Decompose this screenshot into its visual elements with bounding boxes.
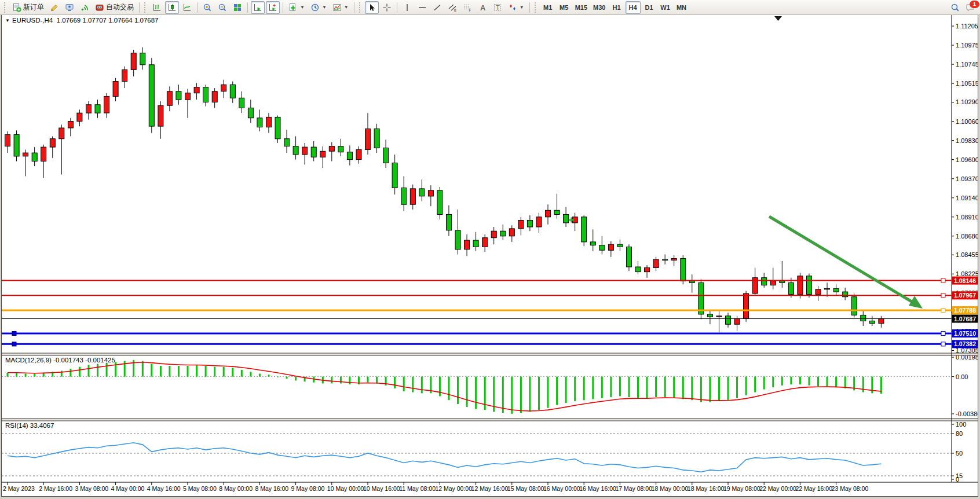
macd-bar [214,367,215,377]
candle-body [167,91,172,105]
line-handle[interactable] [941,331,945,335]
candlestick-chart-icon [167,3,177,12]
tile-windows-button[interactable] [231,1,244,14]
horizontal-line-button[interactable] [415,1,429,14]
macd-bar [790,377,792,385]
notifications-button[interactable]: 1 [963,1,978,14]
candle-body [185,93,191,100]
candle-body [816,289,821,295]
trendline-button[interactable] [430,1,444,14]
line-handle[interactable] [12,331,16,335]
line-handle[interactable] [941,342,945,346]
line-chart-icon [182,3,192,12]
chart-shift-icon [268,3,277,12]
vertical-line-button[interactable] [400,1,414,14]
macd-signal-value: -0.001425 [85,357,115,364]
svg-text:E: E [454,8,456,12]
fibonacci-button[interactable]: F [460,1,474,14]
macd-bar [529,377,531,412]
tab-timeframe-M30[interactable]: M30 [591,1,608,14]
price-chart[interactable]: 1.112051.109751.107451.105151.102901.100… [2,15,978,496]
macd-bar [619,377,621,397]
cursor-button[interactable] [365,1,379,14]
equidistant-channel-button[interactable]: E [445,1,459,14]
line-handle[interactable] [941,278,945,282]
chart-ohlc-values: 1.07669 1.07707 1.07664 1.07687 [57,17,159,24]
autotrading-button[interactable]: 自动交易 [93,1,136,14]
macd-bar [403,377,405,391]
window-collapse-icon[interactable]: ▼ [5,18,10,23]
zoom-in-button[interactable] [200,1,214,14]
candle-body [509,229,514,236]
text-button[interactable]: A [476,1,489,14]
price-axis-tick-label: 1.08680 [956,233,978,240]
indicators-button[interactable]: ▼ [286,1,307,14]
candle-body [465,240,470,250]
tab-timeframe-H4[interactable]: H4 [626,1,641,14]
toolbar-grip[interactable] [359,2,362,13]
tab-timeframe-H1[interactable]: H1 [609,1,624,14]
candle-body [14,135,19,156]
candle-body [627,247,632,267]
price-axis-tick-label: 1.09830 [956,137,978,144]
candle-body [347,152,352,160]
arrows-button[interactable]: ▼ [506,1,526,14]
line-handle[interactable] [941,309,945,313]
candle-body [879,318,884,324]
macd-bar [844,377,846,388]
candle-body [104,96,109,113]
tab-timeframe-M1[interactable]: M1 [540,1,555,14]
text-label-button[interactable]: T [491,1,504,14]
price-axis-tick-label: 1.09140 [956,195,978,201]
market-watch-button[interactable] [63,1,76,14]
toolbar-separator [397,2,397,13]
toolbar-grip[interactable] [4,2,7,13]
candle-body [744,293,749,318]
candle-body [599,245,605,251]
toolbar-grip[interactable] [535,2,537,13]
line-handle[interactable] [941,293,945,298]
candle-body [780,281,785,282]
macd-bar [466,377,468,407]
periods-button[interactable]: ▼ [308,1,329,14]
zoom-out-button[interactable] [215,1,229,14]
tab-timeframe-D1[interactable]: D1 [642,1,657,14]
signals-button[interactable] [78,1,92,14]
templates-icon [332,3,342,12]
candlestick-chart-button[interactable] [165,1,179,14]
macd-bar [538,377,540,410]
chart-shift-button[interactable] [266,1,280,14]
panel-divider[interactable] [2,419,978,421]
candle-body [608,244,613,250]
tab-timeframe-W1[interactable]: W1 [658,1,673,14]
panel-divider[interactable] [2,353,978,355]
trendline-icon [433,3,442,12]
bar-chart-icon [152,3,162,12]
candle-body [149,65,154,126]
toolbar-grip[interactable] [144,2,147,13]
tab-timeframe-M5[interactable]: M5 [557,1,572,14]
time-axis-label: 4 May 00:00 [111,485,145,492]
crosshair-button[interactable] [380,1,394,14]
bar-chart-button[interactable] [150,1,164,14]
candle-body [194,87,199,93]
tab-timeframe-M15[interactable]: M15 [573,1,590,14]
auto-scroll-button[interactable] [251,1,265,14]
trend-arrow-head[interactable] [909,296,923,309]
tab-timeframe-MN[interactable]: MN [674,1,689,14]
macd-signal-line [8,362,881,411]
metaeditor-button[interactable] [47,1,61,14]
search-button[interactable] [948,1,962,14]
new-order-button[interactable]: 新订单 [10,1,46,14]
templates-button[interactable]: ▼ [330,1,351,14]
macd-bar [106,363,108,377]
macd-bar [862,377,864,392]
periods-clock-icon [310,3,320,12]
macd-bar [232,368,233,376]
chart-shift-marker[interactable] [774,16,782,21]
macd-bar [628,377,630,398]
rsi-axis-tick-label: 100 [956,421,966,428]
line-handle[interactable] [12,342,16,346]
chevron-down-icon: ▼ [300,5,305,10]
line-chart-button[interactable] [180,1,194,14]
